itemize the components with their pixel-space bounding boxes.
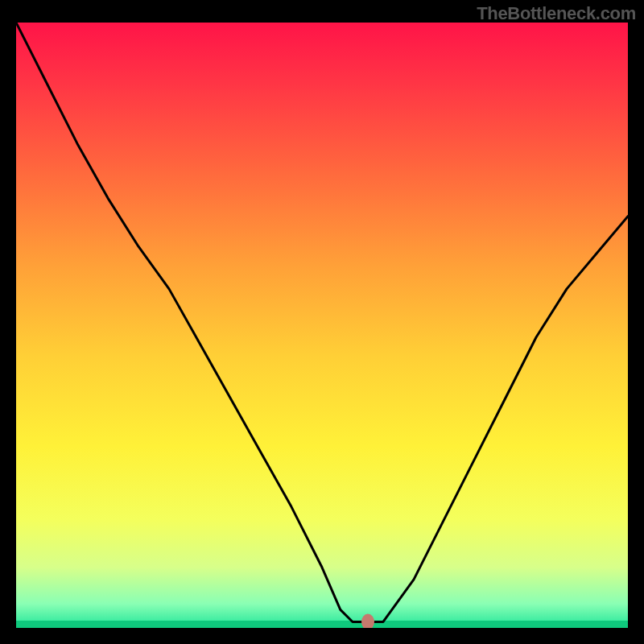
bottleneck-chart-canvas: [16, 23, 628, 628]
chart-frame: TheBottleneck.com: [0, 0, 644, 644]
watermark-label: TheBottleneck.com: [477, 3, 636, 24]
plot-area: [16, 23, 628, 628]
